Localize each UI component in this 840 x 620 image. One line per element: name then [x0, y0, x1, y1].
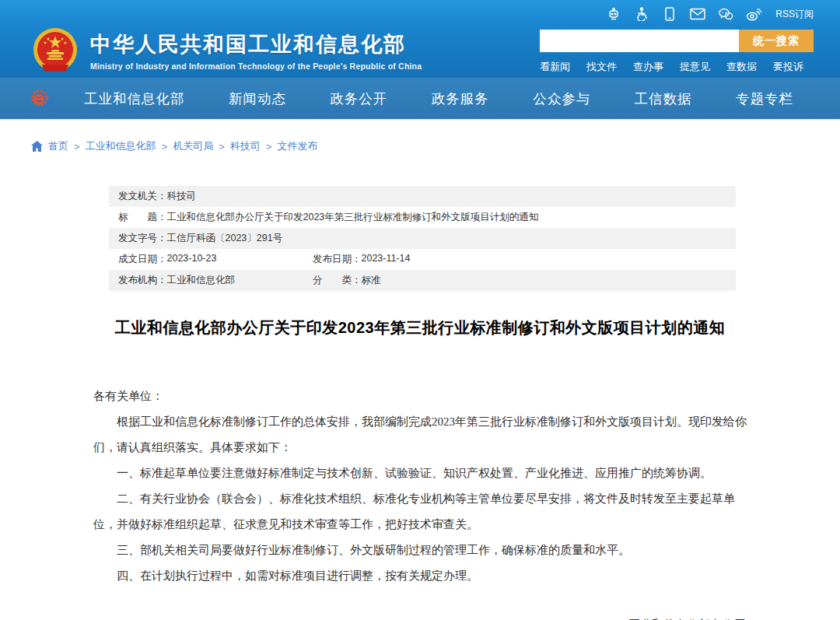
- utility-bar: RSS订阅: [0, 0, 840, 23]
- quick-link-files[interactable]: 找文件: [586, 60, 617, 74]
- breadcrumb-separator: >: [162, 141, 168, 152]
- quick-links: 看新闻 找文件 查办事 提意见 查数据 要投诉: [540, 60, 814, 74]
- meta-label: 发文字号：: [118, 232, 167, 245]
- signature-block: 工业和信息化部办公厅 2023年10月23日: [93, 612, 747, 620]
- meta-row-issuing-office: 发文机关： 科技司: [109, 186, 736, 207]
- meta-label: 分 类：: [313, 274, 362, 287]
- meta-row-title: 标 题： 工业和信息化部办公厅关于印发2023年第三批行业标准制修订和外文版项目…: [109, 207, 736, 228]
- meta-label: 发布机构：: [118, 274, 167, 287]
- salutation: 各有关单位：: [93, 384, 747, 409]
- site-header: RSS订阅 中华人: [0, 0, 840, 78]
- meta-label: 标 题：: [118, 211, 167, 224]
- unified-search-button[interactable]: 统一搜索: [739, 30, 814, 52]
- nav-item-news[interactable]: 新闻动态: [229, 89, 286, 108]
- paragraph: 一、标准起草单位要注意做好标准制定与技术创新、试验验证、知识产权处置、产业化推进…: [93, 461, 747, 486]
- paragraph: 三、部机关相关司局要做好行业标准制修订、外文版研制过程的管理工作，确保标准的质量…: [93, 538, 747, 563]
- quick-link-news[interactable]: 看新闻: [540, 60, 570, 74]
- nav-item-topics[interactable]: 专题专栏: [736, 89, 793, 108]
- meta-row-publisher-category: 发布机构： 工业和信息化部 分 类： 标准: [109, 270, 736, 291]
- wechat-icon[interactable]: [718, 7, 733, 21]
- quick-link-complaint[interactable]: 要投诉: [773, 60, 803, 74]
- search-input[interactable]: [540, 30, 739, 52]
- meta-value: 2023-11-14: [362, 253, 411, 266]
- breadcrumb-departments[interactable]: 机关司局: [173, 139, 213, 153]
- mail-icon[interactable]: [690, 7, 705, 21]
- main-nav: 工业和信息化部 新闻动态 政务公开 政务服务 公众参与 工信数据 专题专栏: [0, 78, 840, 121]
- nav-item-gov-info[interactable]: 政务公开: [330, 89, 387, 108]
- rss-subscribe-link[interactable]: RSS订阅: [775, 8, 814, 21]
- nav-item-data[interactable]: 工信数据: [635, 89, 692, 108]
- paragraph: 四、在计划执行过程中，如需对标准项目进行调整，按有关规定办理。: [93, 563, 747, 589]
- document-body: 各有关单位： 根据工业和信息化标准制修订工作的总体安排，我部编制完成2023年第…: [93, 384, 747, 589]
- breadcrumb-ministry[interactable]: 工业和信息化部: [86, 139, 156, 153]
- paragraph: 二、有关行业协会（联合会）、标准化技术组织、标准化专业机构等主管单位要尽早安排，…: [93, 486, 747, 538]
- meta-value: 科技司: [167, 190, 197, 203]
- quick-link-services[interactable]: 查办事: [633, 60, 663, 74]
- meta-value: 工信厅科函〔2023〕291号: [167, 232, 283, 245]
- accessibility-icon[interactable]: [634, 7, 649, 21]
- breadcrumb-document-release[interactable]: 文件发布: [277, 139, 317, 153]
- nav-item-ministry[interactable]: 工业和信息化部: [84, 89, 185, 108]
- site-title-en: Ministry of Industry and Information Tec…: [90, 61, 422, 71]
- meta-value: 标准: [362, 274, 381, 287]
- breadcrumb: 首页 > 工业和信息化部 > 机关司局 > 科技司 > 文件发布: [0, 121, 840, 153]
- meta-label: 发布日期：: [313, 253, 362, 266]
- miit-e-logo-icon[interactable]: [28, 86, 62, 112]
- quick-link-data[interactable]: 查数据: [726, 60, 757, 74]
- nav-item-gov-services[interactable]: 政务服务: [432, 89, 489, 108]
- breadcrumb-separator: >: [219, 141, 225, 152]
- meta-value: 工业和信息化部办公厅关于印发2023年第三批行业标准制修订和外文版项目计划的通知: [167, 211, 539, 224]
- national-emblem-icon: [31, 26, 79, 75]
- site-title-cn: 中华人民共和国工业和信息化部: [90, 30, 422, 58]
- breadcrumb-separator: >: [266, 141, 272, 152]
- mobile-icon[interactable]: [662, 7, 677, 21]
- nav-items: 工业和信息化部 新闻动态 政务公开 政务服务 公众参与 工信数据 专题专栏: [84, 89, 817, 108]
- meta-row-dates: 成文日期： 2023-10-23 发布日期： 2023-11-14: [109, 249, 736, 270]
- doc-meta-table: 发文机关： 科技司 标 题： 工业和信息化部办公厅关于印发2023年第三批行业标…: [109, 186, 736, 291]
- quick-link-suggest[interactable]: 提意见: [680, 60, 710, 74]
- document-page: 发文机关： 科技司 标 题： 工业和信息化部办公厅关于印发2023年第三批行业标…: [93, 186, 747, 620]
- breadcrumb-science-dept[interactable]: 科技司: [230, 139, 261, 153]
- breadcrumb-home[interactable]: 首页: [48, 139, 68, 153]
- home-icon[interactable]: [31, 141, 43, 152]
- search-zone: 统一搜索 看新闻 找文件 查办事 提意见 查数据 要投诉: [540, 26, 814, 75]
- weibo-icon[interactable]: [746, 7, 761, 21]
- header-main: 中华人民共和国工业和信息化部 Ministry of Industry and …: [0, 23, 840, 75]
- nav-item-participation[interactable]: 公众参与: [533, 89, 590, 108]
- breadcrumb-separator: >: [74, 141, 80, 152]
- robot-assistant-icon[interactable]: [606, 7, 621, 21]
- signer-name: 工业和信息化部办公厅: [93, 612, 745, 620]
- paragraph: 根据工业和信息化标准制修订工作的总体安排，我部编制完成2023年第三批行业标准制…: [93, 409, 747, 461]
- meta-row-doc-number: 发文字号： 工信厅科函〔2023〕291号: [109, 228, 736, 249]
- meta-label: 发文机关：: [118, 190, 167, 203]
- meta-value: 2023-10-23: [167, 253, 217, 266]
- meta-label: 成文日期：: [118, 253, 167, 266]
- document-title: 工业和信息化部办公厅关于印发2023年第三批行业标准制修订和外文版项目计划的通知: [93, 317, 747, 338]
- ministry-brand[interactable]: 中华人民共和国工业和信息化部 Ministry of Industry and …: [31, 26, 422, 75]
- meta-value: 工业和信息化部: [167, 274, 236, 287]
